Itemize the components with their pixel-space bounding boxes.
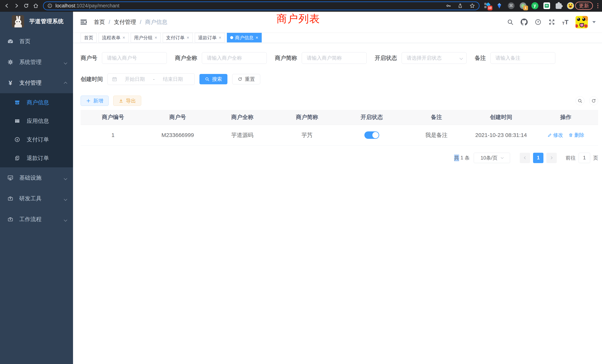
tab-label: 首页 [84,35,93,41]
reload-icon[interactable] [22,1,30,10]
export-button[interactable]: 导出 [113,96,141,106]
page-size-select[interactable]: 10条/页 [474,153,510,163]
short-name-input[interactable] [302,52,367,64]
date-end-placeholder[interactable]: 结束日期 [155,76,191,83]
extension-chat-icon[interactable] [543,2,550,9]
sidebar-item-workflow[interactable]: 工作流程 [0,209,73,230]
tab-label: 支付订单 [166,35,185,41]
hide-search-button[interactable] [576,96,584,105]
extension-diamond-icon[interactable]: 10 [484,2,491,9]
sidebar-item-dev-tools[interactable]: 研发工具 [0,188,73,209]
date-start-placeholder[interactable]: 开始日期 [117,76,152,83]
sidebar-item-merchant-info[interactable]: 商户信息 [0,93,73,112]
sidebar-collapse-icon[interactable] [80,19,87,26]
goto-page-input[interactable] [579,153,590,163]
extension-puzzle-icon[interactable] [555,2,562,9]
status-select-input[interactable] [402,52,466,64]
sidebar: 芋道管理系统 首页 系统管理 支付管理 商户信息 [0,12,73,364]
sidebar-item-label: 系统管理 [19,58,42,66]
table-header-row: 商户编号 商户号 商户全称 商户简称 开启状态 备注 创建时间 操作 [81,110,598,125]
merchant-no-label: 商户号 [81,54,97,62]
back-icon[interactable] [3,1,11,10]
status-toggle[interactable] [364,131,379,139]
breadcrumb-home[interactable]: 首页 [94,18,105,26]
col-create-time: 创建时间 [469,110,533,125]
extension-circle-icon[interactable]: 1 [519,2,527,9]
cell-remark: 我是备注 [404,125,469,146]
font-size-icon[interactable] [562,19,569,26]
sidebar-item-label: 首页 [19,38,30,45]
close-icon[interactable] [218,35,222,40]
edit-link[interactable]: 修改 [547,132,563,139]
github-icon[interactable] [521,19,528,26]
header-search-icon[interactable] [507,19,514,25]
add-button[interactable]: 新增 [81,96,109,106]
table-toolbar: 新增 导出 [81,96,598,106]
sidebar-item-infrastructure[interactable]: 基础设施 [0,167,73,188]
sidebar-item-payment[interactable]: 支付管理 [0,73,73,93]
sidebar-item-system[interactable]: 系统管理 [0,52,73,73]
close-icon[interactable] [255,35,258,40]
chevron-down-icon [64,195,67,202]
extensions-area: 10 1 [484,2,574,9]
refresh-button[interactable] [589,96,598,105]
date-separator: - [152,76,155,82]
tab-user-group[interactable]: 用户分组 [131,33,161,43]
browser-menu-icon[interactable] [597,3,599,9]
reset-button[interactable]: 重置 [232,74,260,84]
short-name-label: 商户简称 [275,54,297,62]
tab-pay-order[interactable]: 支付订单 [163,33,193,43]
close-icon[interactable] [186,35,189,40]
search-button[interactable]: 搜索 [199,74,227,84]
bookmark-star-icon[interactable] [469,3,475,9]
address-bar[interactable]: localhost:1024/pay/merchant [43,1,480,10]
close-icon[interactable] [122,35,125,40]
delete-link[interactable]: 删除 [569,132,584,139]
app-logo[interactable]: 芋道管理系统 [0,12,73,31]
close-icon[interactable] [154,35,157,40]
password-key-icon[interactable] [446,3,451,9]
browser-update-button[interactable]: 更新 [575,2,593,10]
sidebar-item-label: 工作流程 [19,215,42,223]
extension-emoji-icon[interactable] [567,2,574,9]
sidebar-item-home[interactable]: 首页 [0,31,73,52]
sidebar-item-app-info[interactable]: 应用信息 [0,112,73,130]
merchant-no-input[interactable] [102,52,167,64]
sidebar-item-refund-order[interactable]: 退款订单 [0,149,73,167]
sidebar-item-pay-order[interactable]: ¥ 支付订单 [0,130,73,149]
user-menu-caret-icon[interactable] [592,21,596,23]
tab-refund-order[interactable]: 退款订单 [195,33,225,43]
cell-status [339,125,404,146]
forward-icon[interactable] [12,1,21,10]
tab-home[interactable]: 首页 [81,33,97,43]
url-text[interactable]: localhost:1024/pay/merchant [55,3,119,9]
sidebar-item-label: 退款订单 [27,154,49,162]
logo-image [12,15,24,27]
sidebar-item-label: 商户信息 [27,99,49,106]
status-select[interactable] [402,52,466,64]
remark-input[interactable] [490,52,555,64]
page-1-button[interactable]: 1 [533,153,543,163]
fullscreen-icon[interactable] [548,19,555,25]
tab-process-form[interactable]: 流程表单 [99,33,129,43]
pagination-total: 共 1 条 [454,155,470,161]
home-icon[interactable] [32,1,40,10]
share-icon[interactable] [457,3,463,9]
breadcrumb-payment[interactable]: 支付管理 [114,18,136,26]
breadcrumb: 首页 支付管理 商户信息 [94,18,167,26]
user-avatar[interactable] [576,16,588,28]
extension-gem-icon[interactable] [496,2,503,9]
search-button-label: 搜索 [212,76,222,83]
full-name-input[interactable] [202,52,267,64]
extension-badge: 1 [523,6,528,10]
tab-merchant-info[interactable]: 商户信息 [227,33,262,43]
prev-page-button[interactable] [520,153,530,163]
extension-command-icon[interactable] [508,2,515,9]
site-info-icon[interactable] [47,3,53,8]
col-merchant-no: 商户号 [145,110,210,125]
date-range-picker[interactable]: 开始日期 - 结束日期 [108,73,195,85]
extension-y-icon[interactable] [531,2,538,9]
total-prefix: 共 [454,155,459,161]
help-icon[interactable]: ? [535,19,541,25]
next-page-button[interactable] [546,153,557,163]
